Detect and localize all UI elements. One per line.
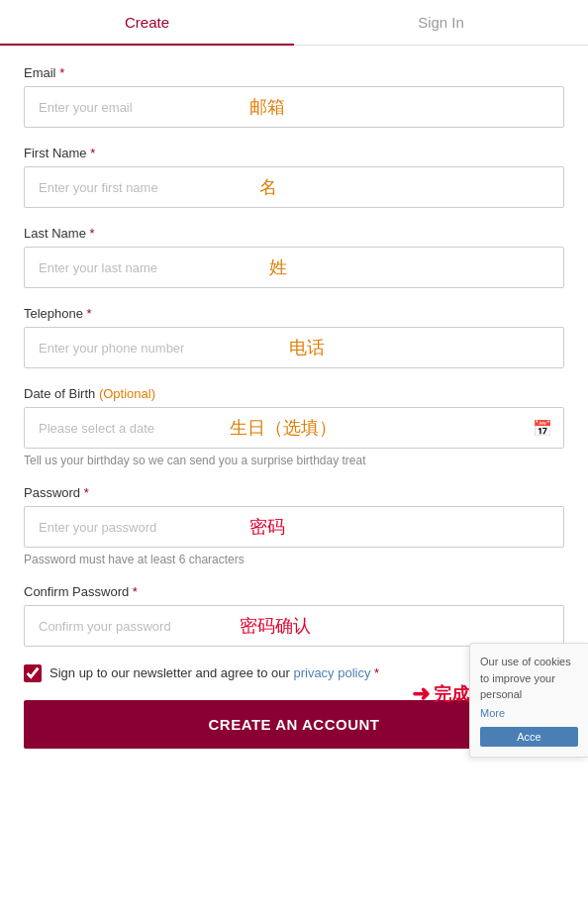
lastname-zh-annotation: 姓 — [269, 255, 287, 279]
email-input[interactable] — [24, 86, 564, 128]
email-label: Email * — [24, 65, 564, 80]
lastname-required: * — [86, 226, 95, 241]
tab-bar: Create Sign In — [0, 0, 588, 46]
dob-label: Date of Birth (Optional) — [24, 386, 564, 401]
password-field-group: Password * 密码 Password must have at leas… — [24, 485, 564, 566]
confirm-password-required: * — [129, 584, 138, 599]
newsletter-label: Sign up to our newsletter and agree to o… — [49, 664, 379, 682]
confirm-password-field-group: Confirm Password * 密码确认 — [24, 584, 564, 647]
cookie-popup: Our use of cookies to improve your perso… — [469, 643, 588, 758]
tab-signin[interactable]: Sign In — [294, 0, 588, 45]
confirm-password-label: Confirm Password * — [24, 584, 564, 599]
cookie-text: Our use of cookies to improve your perso… — [480, 656, 571, 700]
password-label: Password * — [24, 485, 564, 500]
cookie-accept-button[interactable]: Acce — [480, 727, 578, 747]
lastname-input[interactable] — [24, 247, 564, 288]
password-zh-annotation: 密码 — [249, 515, 285, 539]
password-input[interactable] — [24, 506, 564, 548]
firstname-field-group: First Name * 名 — [24, 146, 564, 208]
telephone-label: Telephone * — [24, 306, 564, 321]
telephone-required: * — [83, 306, 92, 321]
newsletter-checkbox[interactable] — [24, 664, 42, 682]
privacy-policy-link[interactable]: privacy policy — [293, 665, 370, 680]
dob-field-group: Date of Birth (Optional) 生日（选填） 📅 Tell u… — [24, 386, 564, 467]
email-field-group: Email * 邮箱 — [24, 65, 564, 128]
email-zh-annotation: 邮箱 — [249, 95, 285, 119]
firstname-zh-annotation: 名 — [259, 175, 277, 199]
cookie-more-link[interactable]: More — [480, 705, 578, 722]
dob-zh-annotation: 生日（选填） — [230, 416, 337, 440]
telephone-zh-annotation: 电话 — [289, 336, 325, 359]
tab-create[interactable]: Create — [0, 0, 294, 45]
lastname-label: Last Name * — [24, 226, 564, 241]
dob-input-wrapper: 生日（选填） 📅 — [24, 407, 564, 449]
password-required: * — [80, 485, 89, 500]
lastname-field-group: Last Name * 姓 — [24, 226, 564, 288]
email-required: * — [56, 65, 65, 80]
dob-hint: Tell us your birthday so we can send you… — [24, 454, 564, 467]
confirm-password-zh-annotation: 密码确认 — [240, 614, 311, 638]
firstname-input[interactable] — [24, 166, 564, 208]
password-hint: Password must have at least 6 characters — [24, 553, 564, 566]
firstname-required: * — [87, 146, 96, 160]
firstname-label: First Name * — [24, 146, 564, 160]
dob-optional: (Optional) — [99, 386, 155, 401]
telephone-field-group: Telephone * 电话 — [24, 306, 564, 368]
